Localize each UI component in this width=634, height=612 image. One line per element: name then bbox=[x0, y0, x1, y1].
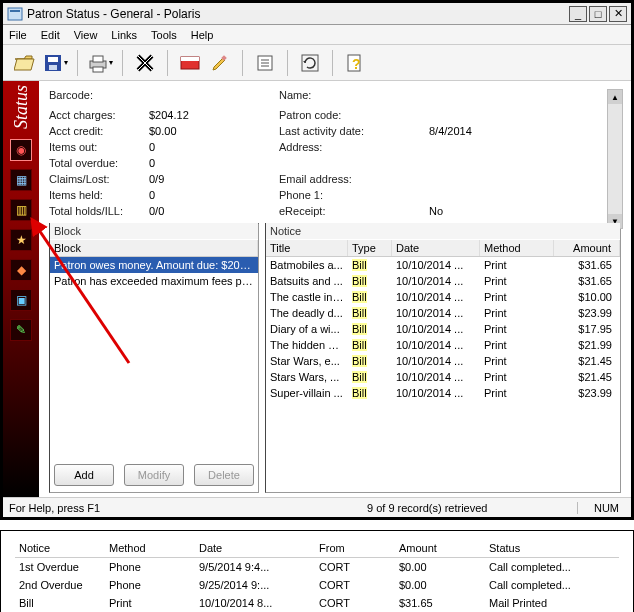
sidebar-item-6[interactable]: ✎ bbox=[10, 319, 32, 341]
block-panel: Block Block Patron owes money. Amount du… bbox=[49, 223, 259, 493]
minimize-button[interactable]: _ bbox=[569, 6, 587, 22]
menu-help[interactable]: Help bbox=[191, 29, 214, 41]
dt-cell-date: 9/5/2014 9:4... bbox=[195, 558, 315, 576]
menu-file[interactable]: File bbox=[9, 29, 27, 41]
app-icon bbox=[7, 6, 23, 22]
notice-list[interactable]: Batmobiles a...Bill10/10/2014 ...Print$3… bbox=[266, 257, 620, 492]
sidebar-status-icon[interactable]: ◉ bbox=[10, 139, 32, 161]
detached-row[interactable]: BillPrint10/10/2014 8...CORT$31.65Mail P… bbox=[15, 594, 619, 612]
svg-text:?: ? bbox=[352, 56, 361, 72]
dt-hdr-status[interactable]: Status bbox=[485, 539, 619, 557]
card-icon[interactable] bbox=[176, 49, 204, 77]
total-overdue-label: Total overdue: bbox=[49, 157, 149, 169]
block-header[interactable]: Block bbox=[50, 240, 258, 256]
refresh-icon[interactable] bbox=[296, 49, 324, 77]
patron-code-label: Patron code: bbox=[279, 109, 379, 121]
info-scrollbar[interactable]: ▲ ▼ bbox=[607, 89, 623, 229]
close-button[interactable]: ✕ bbox=[609, 6, 627, 22]
notice-row[interactable]: Diary of a wi...Bill10/10/2014 ...Print$… bbox=[266, 321, 620, 337]
notice-cell-method: Print bbox=[480, 369, 554, 385]
sidebar-item-1[interactable]: ▦ bbox=[10, 169, 32, 191]
sidebar-label: Status bbox=[11, 85, 32, 129]
menu-tools[interactable]: Tools bbox=[151, 29, 177, 41]
total-holds-label: Total holds/ILL: bbox=[49, 205, 149, 217]
notice-row[interactable]: Batsuits and ...Bill10/10/2014 ...Print$… bbox=[266, 273, 620, 289]
notice-cell-method: Print bbox=[480, 289, 554, 305]
sidebar: Status ◉ ▦ ▥ ★ ◆ ▣ ✎ bbox=[3, 81, 39, 497]
notice-hdr-method[interactable]: Method bbox=[480, 240, 554, 256]
help-icon[interactable]: ? bbox=[341, 49, 369, 77]
dt-hdr-amount[interactable]: Amount bbox=[395, 539, 485, 557]
block-row-0[interactable]: Patron owes money. Amount due: $204.12 bbox=[50, 257, 258, 273]
dt-hdr-notice[interactable]: Notice bbox=[15, 539, 105, 557]
items-out-label: Items out: bbox=[49, 141, 149, 153]
last-activity-value: 8/4/2014 bbox=[429, 125, 472, 137]
notice-panel-title: Notice bbox=[266, 223, 620, 239]
dt-cell-date: 10/10/2014 8... bbox=[195, 594, 315, 612]
notice-cell-method: Print bbox=[480, 257, 554, 273]
notice-row[interactable]: Stars Wars, ...Bill10/10/2014 ...Print$2… bbox=[266, 369, 620, 385]
sidebar-item-3[interactable]: ★ bbox=[10, 229, 32, 251]
delete-icon[interactable] bbox=[131, 49, 159, 77]
menu-edit[interactable]: Edit bbox=[41, 29, 60, 41]
open-icon[interactable] bbox=[11, 49, 39, 77]
dt-cell-notice: Bill bbox=[15, 594, 105, 612]
total-overdue-value: 0 bbox=[149, 157, 155, 169]
svg-rect-1 bbox=[10, 10, 20, 12]
maximize-button[interactable]: □ bbox=[589, 6, 607, 22]
dt-cell-amount: $31.65 bbox=[395, 594, 485, 612]
notice-hdr-title[interactable]: Title bbox=[266, 240, 348, 256]
notice-cell-date: 10/10/2014 ... bbox=[392, 353, 480, 369]
detached-row[interactable]: 1st OverduePhone9/5/2014 9:4...CORT$0.00… bbox=[15, 558, 619, 576]
menu-view[interactable]: View bbox=[74, 29, 98, 41]
status-num: NUM bbox=[577, 502, 625, 514]
block-row-1[interactable]: Patron has exceeded maximum fees permitt… bbox=[50, 273, 258, 289]
notice-row[interactable]: Super-villain ...Bill10/10/2014 ...Print… bbox=[266, 385, 620, 401]
notice-cell-method: Print bbox=[480, 385, 554, 401]
notice-row[interactable]: The hidden boyBill10/10/2014 ...Print$21… bbox=[266, 337, 620, 353]
acct-charges-value: $204.12 bbox=[149, 109, 189, 121]
dt-cell-from: CORT bbox=[315, 558, 395, 576]
modify-button[interactable]: Modify bbox=[124, 464, 184, 486]
claims-lost-value: 0/9 bbox=[149, 173, 164, 185]
notice-cell-type: Bill bbox=[348, 321, 392, 337]
dt-cell-status: Call completed... bbox=[485, 558, 619, 576]
items-held-label: Items held: bbox=[49, 189, 149, 201]
status-bar: For Help, press F1 9 of 9 record(s) retr… bbox=[3, 497, 631, 517]
barcode-label: Barcode: bbox=[49, 89, 149, 101]
notice-row[interactable]: The deadly d...Bill10/10/2014 ...Print$2… bbox=[266, 305, 620, 321]
save-icon[interactable]: ▾ bbox=[41, 49, 69, 77]
notice-hdr-type[interactable]: Type bbox=[348, 240, 392, 256]
menu-links[interactable]: Links bbox=[111, 29, 137, 41]
title-bar: Patron Status - General - Polaris _ □ ✕ bbox=[3, 3, 631, 25]
scroll-up-icon[interactable]: ▲ bbox=[608, 90, 622, 104]
notice-row[interactable]: Star Wars, e...Bill10/10/2014 ...Print$2… bbox=[266, 353, 620, 369]
properties-icon[interactable] bbox=[251, 49, 279, 77]
sidebar-item-2[interactable]: ▥ bbox=[10, 199, 32, 221]
notice-cell-type: Bill bbox=[348, 353, 392, 369]
print-icon[interactable]: ▾ bbox=[86, 49, 114, 77]
notice-cell-type: Bill bbox=[348, 289, 392, 305]
add-button[interactable]: Add bbox=[54, 464, 114, 486]
detached-row[interactable]: 2nd OverduePhone9/25/2014 9:...CORT$0.00… bbox=[15, 576, 619, 594]
address-label: Address: bbox=[279, 141, 379, 153]
dt-hdr-date[interactable]: Date bbox=[195, 539, 315, 557]
notice-cell-title: Batmobiles a... bbox=[266, 257, 348, 273]
notice-hdr-date[interactable]: Date bbox=[392, 240, 480, 256]
dt-hdr-from[interactable]: From bbox=[315, 539, 395, 557]
notice-cell-type: Bill bbox=[348, 257, 392, 273]
notice-row[interactable]: Batmobiles a...Bill10/10/2014 ...Print$3… bbox=[266, 257, 620, 273]
delete-button[interactable]: Delete bbox=[194, 464, 254, 486]
notice-row[interactable]: The castle in ...Bill10/10/2014 ...Print… bbox=[266, 289, 620, 305]
notice-cell-title: Stars Wars, ... bbox=[266, 369, 348, 385]
notice-cell-date: 10/10/2014 ... bbox=[392, 321, 480, 337]
notice-cell-type: Bill bbox=[348, 273, 392, 289]
block-list[interactable]: Patron owes money. Amount due: $204.12 P… bbox=[50, 257, 258, 458]
notice-hdr-amount[interactable]: Amount bbox=[554, 240, 620, 256]
sidebar-item-4[interactable]: ◆ bbox=[10, 259, 32, 281]
edit-icon[interactable] bbox=[206, 49, 234, 77]
notice-cell-amount: $31.65 bbox=[554, 273, 620, 289]
dt-hdr-method[interactable]: Method bbox=[105, 539, 195, 557]
svg-rect-6 bbox=[93, 56, 103, 62]
sidebar-item-5[interactable]: ▣ bbox=[10, 289, 32, 311]
